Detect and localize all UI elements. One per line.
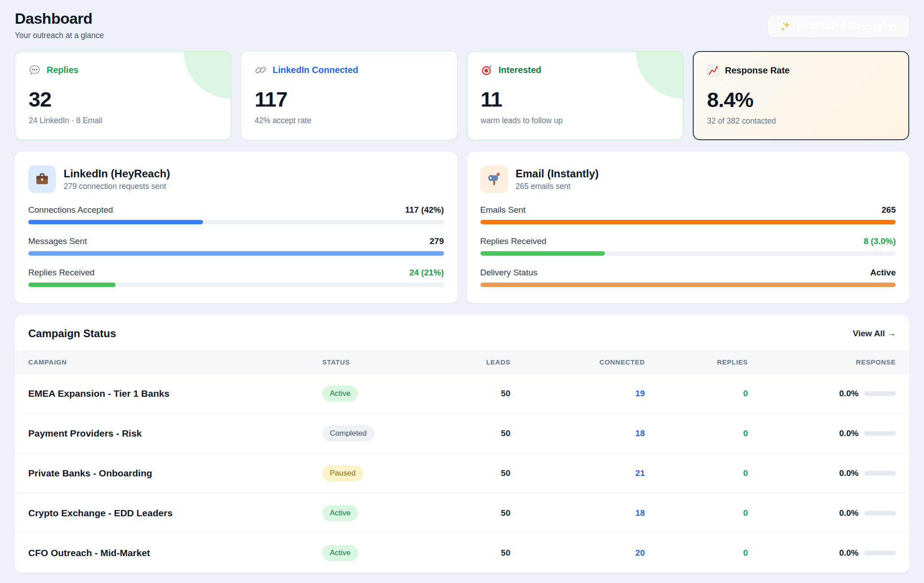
metric-connections-accepted: Connections Accepted 117 (42%) [28,205,444,224]
table-row[interactable]: EMEA Expansion - Tier 1 Banks Active 50 … [15,373,909,413]
progress-track [28,283,444,287]
response-bar [864,391,896,396]
column-header-replies: REPLIES [645,358,748,366]
build-icp-messaging-button[interactable]: Build ICP & Messaging [768,15,909,38]
page-title: Dashboard [15,10,104,27]
progress-track [480,283,896,287]
stat-card-subtext: warm leads to follow up [481,116,669,125]
stat-card-subtext: 42% accept rate [255,116,443,125]
stat-card-value: 11 [481,87,669,111]
campaign-status-title: Campaign Status [28,327,116,340]
page-header: Dashboard Your outreach at a glance Buil… [15,10,909,40]
progress-track [28,220,444,224]
metric-value: 117 (42%) [405,205,444,215]
page-header-text: Dashboard Your outreach at a glance [15,10,104,40]
table-header-row: CAMPAIGN STATUS LEADS CONNECTED REPLIES … [15,351,909,373]
view-all-link[interactable]: View All → [853,329,896,339]
metric-label: Replies Received [28,268,95,278]
metric-value: 24 (21%) [409,268,444,278]
campaign-name: Payment Providers - Risk [28,428,322,439]
connected-value[interactable]: 20 [510,548,645,558]
leads-value: 50 [434,548,510,558]
metric-label: Connections Accepted [28,205,113,215]
response-value: 0.0% [839,548,859,558]
stat-card-label: Response Rate [725,65,790,76]
metric-value: 8 (3.0%) [864,236,896,246]
stat-card-linkedin-connected: LinkedIn Connected 117 42% accept rate [241,51,457,140]
build-icp-messaging-label: Build ICP & Messaging [797,21,897,32]
campaign-name: CFO Outreach - Mid-Market [28,548,322,558]
channel-panels-row: LinkedIn (HeyReach) 279 connection reque… [15,152,909,303]
stat-card-label: Replies [47,65,78,75]
metric-value: Active [870,268,896,278]
metric-label: Delivery Status [480,268,538,278]
stat-card-value: 8.4% [707,87,895,112]
link-icon [255,64,267,76]
column-header-leads: LEADS [434,358,510,366]
stat-card-label: Interested [499,65,542,75]
replies-value: 0 [645,429,748,438]
progress-track [28,251,444,256]
metric-value: 279 [430,236,444,246]
channel-title: Email (Instantly) [516,167,599,180]
metric-delivery-status: Delivery Status Active [480,268,896,287]
table-row[interactable]: Crypto Exchange - EDD Leaders Active 50 … [15,493,909,533]
table-row[interactable]: Payment Providers - Risk Completed 50 18… [15,413,909,453]
column-header-response: RESPONSE [748,358,896,366]
leads-value: 50 [434,429,510,438]
channel-subtitle: 265 emails sent [516,182,599,191]
metric-label: Messages Sent [28,236,87,246]
response-bar [864,551,896,555]
metric-replies-received: Replies Received 24 (21%) [28,268,444,287]
stat-card-subtext: 24 LinkedIn · 8 Email [29,116,217,125]
replies-value: 0 [645,389,748,399]
metric-label: Emails Sent [480,205,526,215]
status-badge: Completed [322,425,374,442]
metric-emails-sent: Emails Sent 265 [480,205,896,224]
metric-value: 265 [881,205,896,215]
progress-fill [28,283,116,287]
briefcase-icon [28,165,56,193]
progress-fill [480,283,896,287]
leads-value: 50 [434,389,510,399]
response-bar [864,511,896,515]
mailbox-icon [480,165,508,193]
stat-cards-row: Replies 32 24 LinkedIn · 8 Email LinkedI… [15,51,909,140]
column-header-campaign: CAMPAIGN [28,358,322,366]
response-value: 0.0% [839,389,859,399]
connected-value[interactable]: 19 [510,389,645,399]
campaign-status-card: Campaign Status View All → CAMPAIGN STAT… [15,315,909,573]
stat-card-value: 117 [255,87,443,111]
status-badge: Active [322,505,358,521]
metric-messages-sent: Messages Sent 279 [28,236,444,256]
connected-value[interactable]: 21 [510,468,645,478]
sparkles-icon [781,21,791,32]
target-icon [481,64,493,76]
stat-card-interested: Interested 11 warm leads to follow up [467,51,683,140]
progress-fill [28,220,203,224]
response-bar [864,431,896,436]
status-badge: Paused [322,465,363,481]
chart-up-icon [707,64,719,77]
replies-value: 0 [645,548,748,558]
channel-subtitle: 279 connection requests sent [64,182,170,191]
response-value: 0.0% [839,508,859,518]
stat-card-label: LinkedIn Connected [272,65,358,75]
connected-value[interactable]: 18 [510,429,645,438]
replies-value: 0 [645,508,748,518]
metric-label: Replies Received [480,236,547,246]
connected-value[interactable]: 18 [510,508,645,518]
progress-track [480,251,896,256]
metric-replies-received: Replies Received 8 (3.0%) [480,236,896,256]
page-subtitle: Your outreach at a glance [15,31,104,40]
progress-fill [480,220,896,224]
speech-bubble-icon [29,64,41,76]
campaign-name: Crypto Exchange - EDD Leaders [28,508,322,519]
table-row[interactable]: Private Banks - Onboarding Paused 50 21 … [15,453,909,493]
table-row[interactable]: CFO Outreach - Mid-Market Active 50 20 0… [15,533,909,573]
replies-value: 0 [645,468,748,478]
status-badge: Active [322,545,358,561]
column-header-connected: CONNECTED [510,358,645,366]
email-instantly-panel: Email (Instantly) 265 emails sent Emails… [467,152,910,303]
stat-card-replies: Replies 32 24 LinkedIn · 8 Email [15,51,231,140]
